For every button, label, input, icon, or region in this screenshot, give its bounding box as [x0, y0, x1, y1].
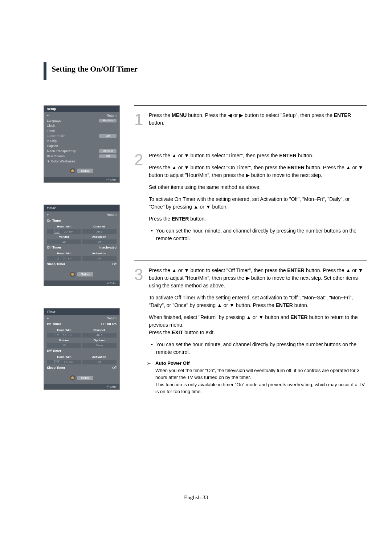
header-options: Options — [82, 338, 117, 343]
osd-timer-menu-2: Timer Return On Timer 12 : 00 am Hour / … — [44, 308, 120, 390]
value-channel: Air 3 — [81, 333, 117, 338]
osd-title: Setup — [44, 106, 119, 112]
value-time: 12 : 00 am — [47, 229, 81, 234]
step-2: 2 Press the ▲ or ▼ button to select "Tim… — [134, 146, 367, 261]
step-text: Press the ▲ or ▼ button to select "On Ti… — [149, 164, 367, 179]
step-number: 3 — [134, 267, 144, 395]
header-activation: Activation — [82, 251, 117, 256]
step-bullet: You can set the hour, minute, and channe… — [149, 227, 367, 242]
osd-timer-menu-1: Timer Return On Timer Hour / Min Channel… — [44, 205, 120, 286]
header-volume: Volume — [47, 234, 82, 239]
page-number: English-33 — [0, 494, 392, 501]
note-title: Auto Power Off — [155, 360, 367, 367]
value-activation: Off — [81, 239, 117, 244]
gear-icon — [70, 272, 75, 277]
step-bullet: You can set the hour, minute, and channe… — [149, 341, 367, 356]
step-number: 1 — [134, 112, 144, 131]
step-3: 3 Press the ▲ or ▼ button to select "Off… — [134, 261, 367, 410]
gear-icon — [70, 168, 75, 173]
step-1: 1 Press the MENU button. Press the ◀ or … — [134, 105, 367, 146]
step-number: 2 — [134, 152, 144, 246]
gear-icon — [70, 375, 75, 380]
value-options: Once — [81, 343, 117, 348]
menu-item-return: Return — [47, 212, 117, 217]
menu-item-gamemode: Game Mode Off — [47, 133, 117, 138]
sleep-timer-row: Sleep Timer Off — [47, 364, 117, 371]
enter-hint: Enter — [44, 384, 119, 389]
osd-footer-label: Setup — [77, 376, 93, 380]
value-time: 12 : 00 am — [47, 360, 81, 364]
menu-item-return: Return — [47, 113, 117, 118]
menu-item-clock: Clock — [47, 123, 117, 128]
menu-item-timer: Timer — [47, 128, 117, 133]
value-channel: Air 3 — [81, 229, 117, 234]
menu-item-language: Language English — [47, 118, 117, 123]
header-hourmin: Hour / Min — [47, 354, 82, 360]
menu-item-return: Return — [47, 316, 117, 321]
value-time: 12 : 00 am — [47, 256, 81, 261]
menu-item-bluescreen: Blue Screen Off — [47, 154, 117, 159]
step-text: Press the ENTER button. — [149, 215, 367, 223]
step-text: To activate Off Timer with the setting e… — [149, 294, 367, 309]
step-text: Press the ▲ or ▼ button to select "Timer… — [149, 152, 367, 160]
menu-item-transparency: Menu Transparency Medium — [47, 149, 117, 154]
value-activation: Off — [81, 256, 117, 261]
header-activation: Activation — [82, 234, 117, 239]
step-text: Set other items using the same method as… — [149, 183, 367, 191]
sleep-timer-row: Sleep Timer Off — [47, 261, 117, 267]
osd-title: Timer — [44, 205, 119, 211]
note-text: This function is only available in timer… — [155, 381, 367, 395]
note-text: When you set the timer "On", the televis… — [155, 367, 367, 381]
enter-hint: Enter — [44, 280, 119, 286]
value-volume: 10 — [47, 343, 81, 348]
header-channel: Channel — [82, 224, 117, 229]
osd-footer-label: Setup — [77, 169, 93, 173]
menu-item-colorweakness: ▼ Color Weakness — [47, 159, 117, 164]
header-hourmin: Hour / Min — [47, 224, 82, 229]
enter-hint: Enter — [44, 177, 119, 182]
step-text: To activate On Timer with the setting en… — [149, 195, 367, 211]
header-volume: Volume — [47, 338, 82, 343]
menu-item-caption: Caption — [47, 144, 117, 149]
step-text: Press the ▲ or ▼ button to select "Off T… — [149, 267, 367, 290]
header-hourmin: Hour / Min — [47, 251, 82, 256]
osd-footer-label: Setup — [77, 272, 93, 276]
page-title: Setting the On/Off Timer — [44, 62, 367, 80]
off-timer-section: Off Timer — [47, 348, 117, 354]
value-volume: 10 — [47, 239, 81, 244]
header-channel: Channel — [82, 327, 117, 333]
menu-item-vchip: V-Chip — [47, 138, 117, 144]
on-timer-section: On Timer 12 : 00 am — [47, 321, 117, 327]
auto-power-off-note: Auto Power Off When you set the timer "O… — [149, 360, 367, 395]
on-timer-section: On Timer — [47, 217, 117, 224]
value-time: 12 : 00 am — [47, 333, 81, 338]
step-text: Press the MENU button. Press the ◀ or ▶ … — [149, 112, 367, 127]
header-activation: Activation — [82, 354, 117, 360]
header-hourmin: Hour / Min — [47, 327, 82, 333]
value-activation: Off — [81, 360, 117, 364]
osd-title: Timer — [44, 308, 119, 315]
step-text: When finished, select "Return" by pressi… — [149, 314, 367, 336]
osd-setup-menu: Setup Return Language English Clock Time… — [44, 105, 120, 183]
off-timer-section: Off Timer Inactivated — [47, 244, 117, 251]
